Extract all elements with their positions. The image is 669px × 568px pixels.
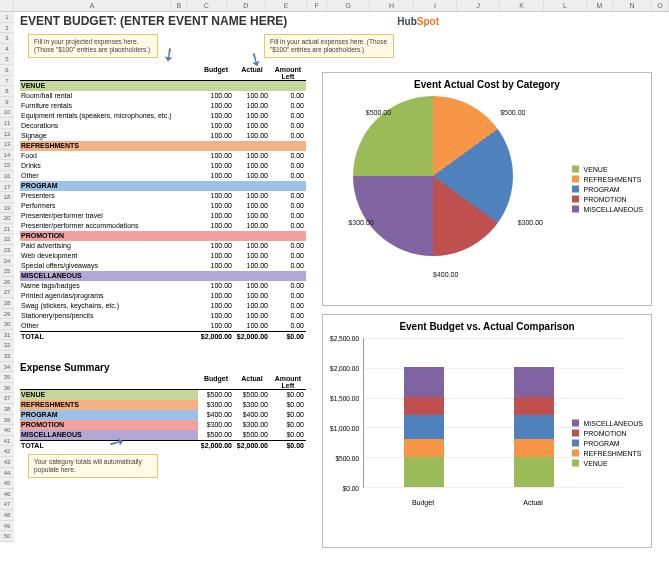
arrow-icon: ➘ — [156, 43, 183, 68]
chart-title: Event Actual Cost by Category — [323, 79, 651, 90]
bar-group — [404, 367, 444, 487]
table-row[interactable]: Presenter/performer accommodations100.00… — [20, 221, 306, 231]
expense-summary-table: Expense Summary Budget Actual Amount Lef… — [20, 362, 306, 450]
category-header[interactable]: MISCELLANEOUS — [20, 271, 306, 281]
sheet-content: EVENT BUDGET: (ENTER EVENT NAME HERE) Hu… — [14, 12, 669, 568]
legend-item: MISCELLANEOUS — [572, 419, 643, 426]
y-tick-label: $1,500.00 — [330, 395, 359, 402]
col-budget[interactable]: Budget — [198, 66, 234, 80]
summary-row[interactable]: MISCELLANEOUS$500.00$500.00$0.00 — [20, 430, 306, 440]
pie-slice-label: $500.00 — [366, 109, 391, 116]
table-row[interactable]: Decorations100.00100.000.00 — [20, 121, 306, 131]
table-header-row: Budget Actual Amount Left — [20, 66, 306, 81]
table-row[interactable]: Presenter/performer travel100.00100.000.… — [20, 211, 306, 221]
table-row[interactable]: Other100.00100.000.00 — [20, 171, 306, 181]
table-row[interactable]: Presenters100.00100.000.00 — [20, 191, 306, 201]
table-row[interactable]: Performers100.00100.000.00 — [20, 201, 306, 211]
legend-item: REFRESHMENTS — [572, 449, 643, 456]
table-row[interactable]: Furniture rentals100.00100.000.00 — [20, 101, 306, 111]
pie-slice-label: $500.00 — [500, 109, 525, 116]
legend-item: PROGRAM — [572, 186, 643, 193]
table-row[interactable]: Special offers/giveaways100.00100.000.00 — [20, 261, 306, 271]
legend-item: PROGRAM — [572, 439, 643, 446]
column-headers[interactable]: ABCDEFGHIJKLMNO — [0, 0, 669, 12]
pie-chart: $500.00$300.00$400.00$300.00$500.00 — [353, 96, 513, 256]
table-row[interactable]: Paid advertising100.00100.000.00 — [20, 241, 306, 251]
y-tick-label: $0.00 — [343, 485, 359, 492]
table-row[interactable]: Signage100.00100.000.00 — [20, 131, 306, 141]
table-row[interactable]: Swag (stickers, keychains, etc.)100.0010… — [20, 301, 306, 311]
table-row[interactable]: Equipment rentals (speakers, microphones… — [20, 111, 306, 121]
summary-row[interactable]: PROMOTION$300.00$300.00$0.00 — [20, 420, 306, 430]
legend-item: REFRESHMENTS — [572, 176, 643, 183]
category-header[interactable]: VENUE — [20, 81, 306, 91]
note-actual: Fill in your actual expenses here. (Thos… — [264, 34, 394, 58]
col-amount-left[interactable]: Amount Left — [270, 66, 306, 80]
table-row[interactable]: Web development100.00100.000.00 — [20, 251, 306, 261]
summary-row[interactable]: REFRESHMENTS$300.00$300.00$0.00 — [20, 400, 306, 410]
y-tick-label: $500.00 — [336, 455, 360, 462]
y-tick-label: $1,000.00 — [330, 425, 359, 432]
hubspot-logo: HubSpot — [397, 16, 439, 27]
page-title[interactable]: EVENT BUDGET: (ENTER EVENT NAME HERE) — [20, 14, 287, 28]
chart-title: Event Budget vs. Actual Comparison — [323, 321, 651, 332]
table-row[interactable]: Drinks100.00100.000.00 — [20, 161, 306, 171]
spreadsheet-sheet: ABCDEFGHIJKLMNO 123456789101112131415161… — [0, 0, 669, 568]
summary-total-row: TOTAL $2,000.00 $2,000.00 $0.00 — [20, 440, 306, 450]
expense-detail-table: Budget Actual Amount Left VENUERoom/hall… — [20, 66, 306, 341]
legend-item: VENUE — [572, 166, 643, 173]
table-row[interactable]: Stationery/pens/pencils100.00100.000.00 — [20, 311, 306, 321]
category-header[interactable]: REFRESHMENTS — [20, 141, 306, 151]
table-row[interactable]: Room/hall rental100.00100.000.00 — [20, 91, 306, 101]
col-actual[interactable]: Actual — [234, 66, 270, 80]
note-projected: Fill in your projected expenses here. (T… — [28, 34, 158, 58]
table-row[interactable]: Printed agendas/programs100.00100.000.00 — [20, 291, 306, 301]
y-tick-label: $2,500.00 — [330, 335, 359, 342]
y-tick-label: $2,000.00 — [330, 365, 359, 372]
pie-slice-label: $300.00 — [348, 219, 373, 226]
bar-legend: MISCELLANEOUSPROMOTIONPROGRAMREFRESHMENT… — [572, 416, 643, 469]
legend-item: MISCELLANEOUS — [572, 206, 643, 213]
category-header[interactable]: PROMOTION — [20, 231, 306, 241]
bar-group — [514, 367, 554, 487]
category-header[interactable]: PROGRAM — [20, 181, 306, 191]
pie-slice-label: $300.00 — [518, 219, 543, 226]
legend-item: PROMOTION — [572, 429, 643, 436]
table-row[interactable]: Other100.00100.000.00 — [20, 321, 306, 331]
pie-legend: VENUEREFRESHMENTSPROGRAMPROMOTIONMISCELL… — [572, 163, 643, 216]
total-row: TOTAL $2,000.00 $2,000.00 $0.00 — [20, 331, 306, 341]
table-row[interactable]: Name tags/badges100.00100.000.00 — [20, 281, 306, 291]
pie-chart-box[interactable]: Event Actual Cost by Category $500.00$30… — [322, 72, 652, 306]
note-summary: Your category totals will automatically … — [28, 454, 158, 478]
row-headers[interactable]: 1234567891011121314151617181920212223242… — [0, 12, 14, 542]
summary-row[interactable]: PROGRAM$400.00$400.00$0.00 — [20, 410, 306, 420]
summary-title[interactable]: Expense Summary — [20, 362, 306, 373]
x-tick-label: Actual — [523, 499, 542, 506]
summary-row[interactable]: VENUE$500.00$500.00$0.00 — [20, 390, 306, 400]
bar-chart-box[interactable]: Event Budget vs. Actual Comparison $0.00… — [322, 314, 652, 548]
legend-item: VENUE — [572, 459, 643, 466]
table-row[interactable]: Food100.00100.000.00 — [20, 151, 306, 161]
pie-slice-label: $400.00 — [433, 271, 458, 278]
x-tick-label: Budget — [412, 499, 434, 506]
legend-item: PROMOTION — [572, 196, 643, 203]
